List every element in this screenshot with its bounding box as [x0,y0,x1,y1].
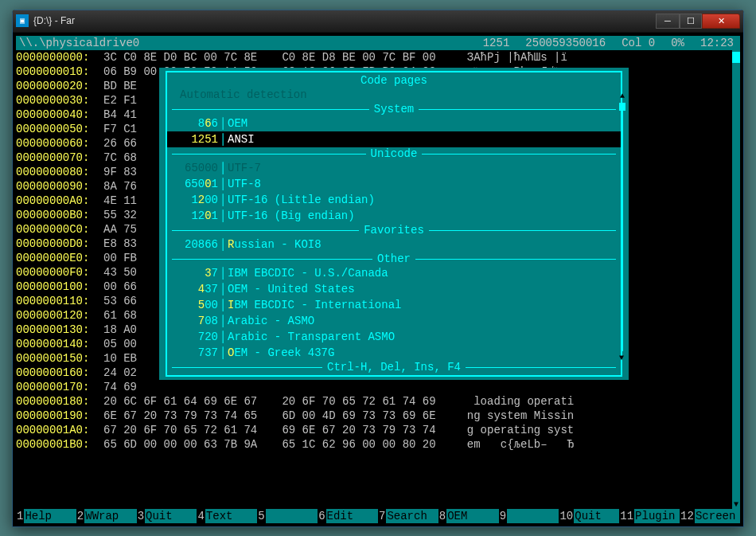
codepage-row[interactable]: 866│OEM [167,115,621,131]
fkey-9[interactable]: 9 [499,509,559,523]
auto-detection-row[interactable]: Automatic detection [167,87,621,103]
fkey-2[interactable]: 2WWrap [76,509,137,523]
window-buttons: ─ ☐ ✕ [656,14,740,29]
codepage-row[interactable]: 708│Arabic - ASMO [167,313,621,329]
fkey-8[interactable]: 8OEM [438,509,499,523]
maximize-button[interactable]: ☐ [680,14,702,29]
close-button[interactable]: ✕ [702,14,740,29]
fkey-10[interactable]: 10Quit [559,509,619,523]
hex-row: 0000000180: 20 6C 6F 61 64 69 6E 67 20 6… [16,394,740,409]
section-unicode: Unicode [167,147,621,160]
fkey-4[interactable]: 4Text [197,509,257,523]
fkey-11[interactable]: 11Plugin [619,509,680,523]
codepages-dialog: Code pages Automatic detection System 86… [159,68,629,380]
hex-row: 0000000000: 3C C0 8E D0 BC 00 7C 8E C0 8… [16,50,740,65]
codepage-row[interactable]: 37│IBM EBCDIC - U.S./Canada [167,265,621,281]
section-system: System [167,103,621,115]
codepage-row[interactable]: 65000 │ UTF-7 [167,160,621,176]
filesize: 250059350016 [525,36,606,50]
hex-row: 0000000170: 74 69 [16,380,740,394]
fkey-5[interactable]: 5 [257,509,318,523]
titlebar[interactable]: ▣ {D:\} - Far ─ ☐ ✕ [13,10,743,33]
codepage-row[interactable]: 737│OEM - Greek 437G [167,345,621,361]
hex-row: 00000001A0: 67 20 6F 70 65 72 61 74 69 6… [16,423,740,437]
codepage-row[interactable]: 1200│UTF-16 (Little endian) [167,192,621,208]
fkey-7[interactable]: 7Search [378,509,438,523]
file-path: \\.\physicaldrive0 [19,36,139,50]
column-indicator: Col 0 [622,36,655,50]
dialog-title: Code pages [167,74,621,87]
dialog-footer: Ctrl-H, Del, Ins, F4 [167,361,621,374]
codepage-row[interactable]: 500│IBM EBCDIC - International [167,297,621,313]
fkey-1[interactable]: 1Help [16,509,76,523]
minimize-button[interactable]: ─ [656,14,680,29]
scroll-down-icon[interactable]: ▼ [732,500,740,509]
codepage-row[interactable]: 437│OEM - United States [167,281,621,297]
percent-indicator: 0% [671,36,684,50]
codepage-row[interactable]: 1251│ANSI [167,131,621,147]
codepage-row[interactable]: 65001│UTF-8 [167,176,621,192]
hex-row: 0000000190: 6E 67 20 73 79 73 74 65 6D 0… [16,409,740,423]
clock: 12:23 [700,36,734,50]
scroll-up-icon[interactable]: ▲ [619,92,625,100]
viewer-header: \\.\physicaldrive0 1251 250059350016 Col… [16,36,740,50]
function-key-bar: 1Help2WWrap3Quit4Text56Edit7Search8OEM91… [16,509,740,523]
vertical-scrollbar[interactable]: ▲ ▼ [732,50,740,509]
section-other: Other [167,252,621,265]
scrollbar-thumb[interactable] [619,103,625,111]
codepage-row[interactable]: 20866│Russian - KOI8 [167,237,621,252]
fkey-6[interactable]: 6Edit [318,509,378,523]
scrollbar-thumb[interactable] [732,52,740,63]
hex-row: 00000001B0: 65 6D 00 00 00 63 7B 9A 65 1… [16,437,740,452]
hex-viewer[interactable]: 0000000000: 3C C0 8E D0 BC 00 7C 8E C0 8… [16,50,740,509]
terminal: \\.\physicaldrive0 1251 250059350016 Col… [13,33,743,526]
scroll-down-icon[interactable]: ▼ [619,354,624,362]
fkey-12[interactable]: 12Screen [680,509,740,523]
fkey-3[interactable]: 3Quit [137,509,197,523]
app-icon: ▣ [16,14,29,27]
section-favorites: Favorites [167,224,621,237]
codepage-row[interactable]: 720│Arabic - Transparent ASMO [167,329,621,345]
app-window: ▣ {D:\} - Far ─ ☐ ✕ \\.\physicaldrive0 1… [12,10,744,527]
dialog-scrollbar[interactable]: ▲ ▼ [619,92,625,362]
codepage-row[interactable]: 1201│UTF-16 (Big endian) [167,208,621,224]
codepage-indicator: 1251 [483,36,510,50]
window-title: {D:\} - Far [33,15,656,26]
